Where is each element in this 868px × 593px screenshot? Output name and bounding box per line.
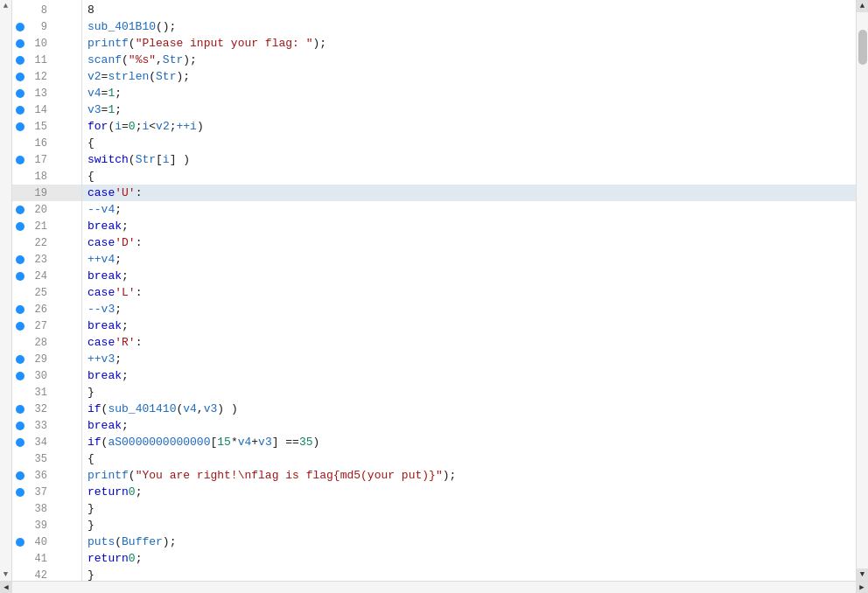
code-token: "Please input your flag: ": [136, 37, 313, 50]
code-token: ;: [122, 319, 129, 332]
vertical-scrollbar[interactable]: ▲ ▼: [856, 0, 868, 581]
gutter-row: 14: [12, 101, 81, 118]
breakpoint-dot[interactable]: [16, 239, 24, 248]
code-token: if: [88, 402, 102, 415]
scroll-left-button[interactable]: ◀: [0, 582, 12, 594]
line-number: 24: [28, 270, 47, 283]
scroll-right-button[interactable]: ▶: [856, 582, 868, 594]
code-token: );: [443, 469, 457, 482]
gutter-row: 22: [12, 234, 81, 251]
code-token: v3: [204, 402, 218, 415]
code-line: break;: [82, 367, 856, 384]
breakpoint-dot[interactable]: [16, 455, 24, 464]
breakpoint-dot[interactable]: [16, 122, 24, 131]
left-scrollbar[interactable]: ▲ ▼: [0, 0, 12, 581]
breakpoint-dot[interactable]: [16, 56, 24, 65]
code-token: 'L': [115, 286, 135, 299]
gutter-row: 40: [12, 534, 81, 550]
breakpoint-dot[interactable]: [16, 73, 24, 81]
line-number: 20: [28, 204, 47, 216]
breakpoint-dot[interactable]: [16, 322, 24, 331]
breakpoint-dot[interactable]: [16, 172, 24, 181]
gutter-row: 38: [12, 500, 81, 517]
breakpoint-dot[interactable]: [16, 338, 24, 347]
code-token: v4: [238, 436, 252, 449]
breakpoint-dot[interactable]: [16, 156, 24, 164]
breakpoint-dot[interactable]: [16, 471, 24, 480]
breakpoint-dot[interactable]: [16, 206, 24, 214]
line-number: 35: [28, 453, 47, 465]
code-line: v4 = 1;: [82, 85, 856, 101]
code-line: {: [82, 135, 856, 151]
breakpoint-dot[interactable]: [16, 89, 24, 98]
code-token: v2: [88, 70, 102, 83]
gutter-row: 34: [12, 434, 81, 450]
line-number: 22: [28, 237, 47, 249]
code-token: }: [88, 502, 94, 515]
gutter-row: 8: [12, 2, 81, 18]
breakpoint-dot[interactable]: [16, 106, 24, 115]
breakpoint-dot[interactable]: [16, 255, 24, 264]
code-token: }: [88, 569, 94, 581]
code-token: printf: [88, 469, 129, 482]
line-number: 17: [28, 154, 47, 166]
code-token: (: [115, 535, 122, 548]
breakpoint-dot[interactable]: [16, 405, 24, 414]
code-line: case 'L':: [82, 284, 856, 301]
horizontal-scrollbar[interactable]: ◀ ▶: [0, 581, 868, 593]
code-token: for: [88, 120, 108, 133]
code-line: }: [82, 384, 856, 401]
code-token: (: [129, 37, 136, 50]
code-token: {: [88, 452, 94, 465]
breakpoint-dot[interactable]: [16, 422, 24, 430]
line-number: 16: [28, 137, 47, 150]
scrollbar-down-button[interactable]: ▼: [857, 569, 869, 581]
line-number: 31: [28, 387, 47, 399]
breakpoint-dot[interactable]: [16, 488, 24, 497]
line-number: 25: [28, 287, 47, 299]
scrollbar-thumb[interactable]: [858, 30, 867, 65]
scroll-down-arrow[interactable]: ▼: [4, 569, 8, 581]
breakpoint-dot[interactable]: [16, 555, 24, 563]
code-line: --v3;: [82, 301, 856, 317]
line-number: 37: [28, 486, 47, 499]
breakpoint-dot[interactable]: [16, 6, 24, 15]
code-line: printf("Please input your flag: ");: [82, 35, 856, 52]
code-token: Str: [136, 153, 156, 166]
breakpoint-dot[interactable]: [16, 538, 24, 547]
breakpoint-dot[interactable]: [16, 189, 24, 198]
breakpoint-dot[interactable]: [16, 222, 24, 231]
code-token: }: [88, 386, 94, 399]
breakpoint-dot[interactable]: [16, 438, 24, 447]
code-token: v3: [258, 436, 272, 449]
breakpoint-dot[interactable]: [16, 39, 24, 48]
breakpoint-dot[interactable]: [16, 521, 24, 530]
code-token: }: [88, 519, 94, 532]
breakpoint-dot[interactable]: [16, 305, 24, 314]
code-token: if: [88, 436, 102, 449]
code-line: puts(Buffer);: [82, 534, 856, 550]
breakpoint-dot[interactable]: [16, 272, 24, 281]
scrollbar-up-button[interactable]: ▲: [857, 0, 869, 12]
code-token: );: [183, 53, 197, 66]
breakpoint-dot[interactable]: [16, 23, 24, 31]
breakpoint-dot[interactable]: [16, 571, 24, 580]
breakpoint-dot[interactable]: [16, 139, 24, 148]
breakpoint-dot[interactable]: [16, 505, 24, 513]
scroll-up-arrow[interactable]: ▲: [4, 0, 8, 12]
code-token: (: [129, 469, 136, 482]
line-number: 8: [28, 4, 47, 17]
code-token: 1: [108, 103, 115, 116]
code-token: 'D': [115, 236, 135, 249]
line-number: 9: [28, 21, 47, 33]
code-line: break;: [82, 268, 856, 284]
breakpoint-dot[interactable]: [16, 355, 24, 364]
breakpoint-dot[interactable]: [16, 289, 24, 297]
code-token: break: [88, 369, 122, 382]
breakpoint-dot[interactable]: [16, 388, 24, 397]
gutter-row: 26: [12, 301, 81, 317]
line-number: 38: [28, 503, 47, 515]
code-token: *: [231, 436, 238, 449]
breakpoint-dot[interactable]: [16, 372, 24, 380]
gutter-row: 35: [12, 450, 81, 467]
